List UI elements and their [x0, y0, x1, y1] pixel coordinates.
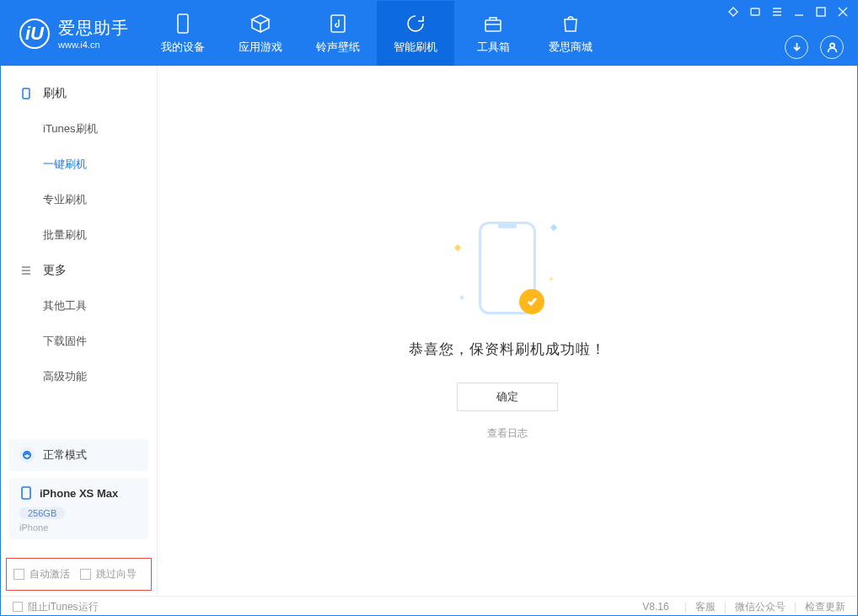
- version-label: V8.16: [642, 601, 668, 613]
- storage-badge: 256GB: [19, 507, 65, 519]
- tab-toolbox[interactable]: 工具箱: [454, 1, 532, 66]
- header-actions: [785, 35, 844, 59]
- checkbox-auto-activate[interactable]: 自动激活: [13, 567, 70, 581]
- sidebar-item-advanced[interactable]: 高级功能: [1, 359, 157, 394]
- checkbox-block-itunes[interactable]: 阻止iTunes运行: [13, 600, 99, 614]
- toolbox-icon: [482, 13, 504, 35]
- menu-icon[interactable]: [771, 6, 783, 18]
- device-icon: [172, 13, 194, 35]
- tab-my-device[interactable]: 我的设备: [144, 1, 222, 66]
- sidebar-group-flash[interactable]: 刷机: [1, 76, 157, 111]
- logo[interactable]: iU 爱思助手 www.i4.cn: [1, 17, 144, 50]
- main-content: 恭喜您，保资料刷机成功啦！ 确定 查看日志: [158, 66, 857, 596]
- flash-options-highlight: 自动激活 跳过向导: [6, 558, 152, 591]
- mode-label: 正常模式: [43, 447, 87, 463]
- device-card[interactable]: iPhone XS Max 256GB iPhone: [9, 478, 148, 539]
- success-illustration: [465, 222, 550, 323]
- close-icon[interactable]: [837, 6, 849, 18]
- svg-rect-8: [22, 487, 30, 499]
- checkbox-icon: [13, 569, 24, 580]
- check-badge-icon: [519, 289, 544, 314]
- refresh-icon: [405, 13, 426, 35]
- download-button[interactable]: [785, 35, 808, 59]
- feedback-icon[interactable]: [749, 6, 761, 18]
- sidebar-item-itunes-flash[interactable]: iTunes刷机: [1, 111, 157, 147]
- mode-icon: [19, 447, 35, 463]
- cube-icon: [249, 13, 271, 35]
- maximize-icon[interactable]: [815, 6, 827, 18]
- checkbox-icon: [13, 602, 23, 612]
- list-icon: [19, 264, 33, 277]
- device-name: iPhone XS Max: [40, 487, 118, 500]
- footer-link-wechat[interactable]: 微信公众号: [735, 600, 786, 614]
- logo-icon: iU: [19, 19, 50, 49]
- app-subtitle: www.i4.cn: [58, 40, 129, 50]
- sidebar-item-batch-flash[interactable]: 批量刷机: [1, 217, 157, 253]
- tab-apps-games[interactable]: 应用游戏: [222, 1, 299, 66]
- ok-button[interactable]: 确定: [457, 383, 558, 411]
- status-bar: 阻止iTunes运行 V8.16 | 客服 | 微信公众号 | 检查更新: [1, 596, 857, 616]
- svg-rect-2: [485, 20, 501, 31]
- nav-tabs: 我的设备 应用游戏 铃声壁纸 智能刷机 工具箱 爱思商城: [144, 1, 609, 66]
- sidebar-item-download-firmware[interactable]: 下载固件: [1, 324, 157, 359]
- svg-rect-0: [178, 14, 188, 33]
- minimize-icon[interactable]: [793, 6, 805, 18]
- svg-rect-1: [331, 15, 345, 32]
- bag-icon: [560, 13, 582, 35]
- sidebar-item-onekey-flash[interactable]: 一键刷机: [1, 147, 157, 182]
- svg-rect-4: [817, 8, 825, 16]
- footer-link-customer-service[interactable]: 客服: [695, 600, 716, 614]
- sidebar-group-more[interactable]: 更多: [1, 253, 157, 288]
- sidebar-item-pro-flash[interactable]: 专业刷机: [1, 182, 157, 217]
- sidebar-item-other-tools[interactable]: 其他工具: [1, 288, 157, 324]
- checkbox-skip-guide[interactable]: 跳过向导: [80, 567, 137, 581]
- sidebar: 刷机 iTunes刷机 一键刷机 专业刷机 批量刷机 更多 其他工具 下载固件 …: [1, 66, 158, 596]
- tab-ringtones-wallpapers[interactable]: 铃声壁纸: [299, 1, 377, 66]
- app-header: iU 爱思助手 www.i4.cn 我的设备 应用游戏 铃声壁纸 智能刷机 工具…: [1, 1, 857, 66]
- success-message: 恭喜您，保资料刷机成功啦！: [409, 340, 606, 359]
- skin-icon[interactable]: [727, 6, 739, 18]
- checkbox-icon: [80, 569, 91, 580]
- account-button[interactable]: [820, 35, 844, 59]
- window-controls: [727, 6, 849, 18]
- device-mode-card[interactable]: 正常模式: [9, 439, 148, 471]
- svg-rect-3: [751, 8, 759, 15]
- device-small-icon: [19, 486, 33, 500]
- tab-smart-flash[interactable]: 智能刷机: [377, 1, 454, 66]
- phone-icon: [19, 87, 33, 100]
- music-icon: [327, 13, 349, 35]
- view-log-link[interactable]: 查看日志: [487, 426, 528, 441]
- tab-store[interactable]: 爱思商城: [532, 1, 609, 66]
- svg-point-5: [830, 43, 834, 47]
- app-title: 爱思助手: [58, 17, 129, 40]
- footer-link-check-update[interactable]: 检查更新: [805, 600, 845, 614]
- svg-rect-6: [23, 88, 29, 99]
- device-type: iPhone: [19, 522, 138, 533]
